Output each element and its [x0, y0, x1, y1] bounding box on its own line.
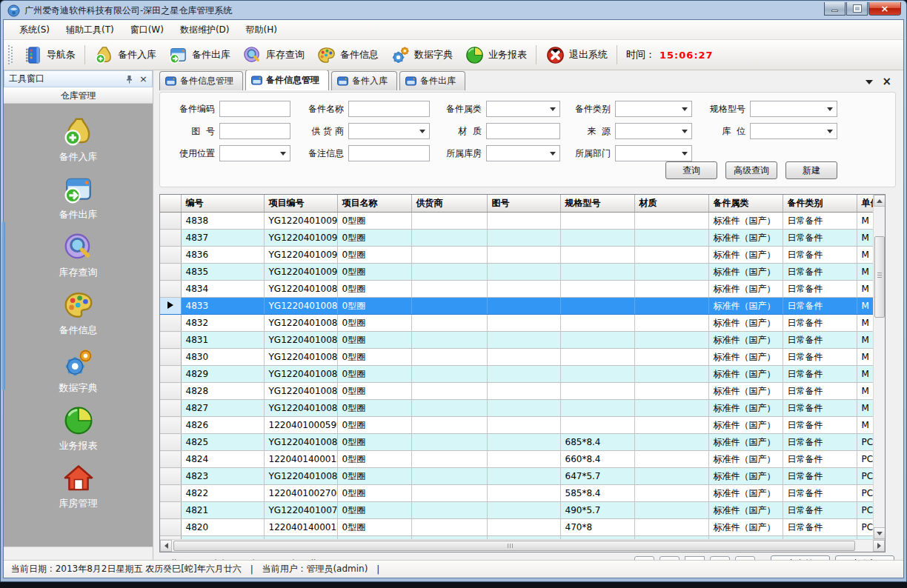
table-row[interactable]: 482212204010027000型圈585*8.4标准件（国产）日常备件PC — [160, 485, 873, 502]
scroll-right-button[interactable] — [873, 540, 885, 552]
table-row[interactable]: 482012204014000130型圈470*8标准件（国产）日常备件PC — [160, 519, 873, 536]
pin-icon[interactable] — [125, 75, 133, 84]
grid-header-2[interactable]: 项目编号 — [264, 195, 337, 213]
warehouse-combobox[interactable] — [486, 145, 560, 161]
scroll-left-button[interactable] — [160, 540, 172, 552]
new-button[interactable]: 新建 — [785, 161, 837, 179]
scroll-up-button[interactable] — [874, 195, 885, 207]
grid-header-5[interactable]: 图号 — [487, 195, 560, 213]
department-combobox[interactable] — [615, 145, 692, 161]
table-row[interactable]: 4831YG122040100860型圈标准件（国产）日常备件M — [160, 332, 873, 349]
grid-cell-category: 标准件（国产） — [708, 434, 783, 451]
toolbar-item-nav-book[interactable]: 导航条 — [17, 42, 82, 68]
current-row-arrow-icon — [167, 301, 173, 309]
grid-header-indicator[interactable] — [160, 195, 181, 213]
menu-item-4[interactable]: 数据维护(D) — [172, 21, 238, 39]
sidebar-item-window-out[interactable]: 备件出库 — [4, 173, 153, 221]
category-combobox[interactable] — [615, 101, 692, 117]
grid-header-8[interactable]: 备件属类 — [708, 195, 783, 213]
name-input[interactable] — [348, 101, 430, 117]
row-indicator — [160, 468, 181, 485]
vertical-scrollbar[interactable] — [873, 195, 885, 539]
tab-4[interactable]: 备件出库 — [399, 71, 465, 90]
table-row[interactable]: 4821YG122040100790型圈490*5.7标准件（国产）日常备件PC — [160, 502, 873, 519]
spare-parts-table: 编号项目编号项目名称供货商图号规格型号材质备件属类备件类别单位 4838YG12… — [160, 195, 873, 539]
table-row[interactable]: 4829YG122040100840型圈标准件（国产）日常备件M — [160, 366, 873, 383]
toolbar-item-bag-in[interactable]: 备件入库 — [88, 42, 162, 68]
menu-item-3[interactable]: 窗口(W) — [122, 21, 172, 39]
toolbar-item-pie[interactable]: 业务报表 — [459, 42, 533, 68]
tool-window-close-icon[interactable]: × — [139, 74, 147, 84]
table-row[interactable]: 4823YG122040100800型圈647*5.7标准件（国产）日常备件PC — [160, 468, 873, 485]
table-row[interactable]: 4833YG122040100880型圈标准件（国产）日常备件M — [160, 298, 873, 315]
sidebar-item-search[interactable]: 库存查询 — [4, 231, 153, 279]
toolbar-item-palette[interactable]: 备件信息 — [310, 42, 385, 68]
toolbar-item-window-out[interactable]: 备件出库 — [162, 42, 236, 68]
maximize-button[interactable] — [846, 2, 868, 16]
tab-3[interactable]: 备件入库 — [331, 71, 397, 90]
grid-header-1[interactable]: 编号 — [181, 195, 264, 213]
menu-item-2[interactable]: 辅助工具(T) — [58, 21, 122, 39]
left-edge-scrollbar[interactable] — [1, 221, 5, 390]
tab-close-icon[interactable]: × — [882, 76, 891, 87]
remark-input[interactable] — [348, 145, 430, 161]
minimize-button[interactable] — [824, 2, 845, 16]
toolbar-grip[interactable] — [8, 45, 13, 64]
location-combobox[interactable] — [750, 123, 837, 139]
grid-header-10[interactable]: 单位 — [857, 195, 873, 213]
vertical-scroll-thumb[interactable] — [874, 236, 885, 318]
table-row[interactable]: 4827YG122040100820型圈标准件（国产）日常备件M — [160, 400, 873, 417]
table-row[interactable]: 482412204014000120型圈660*8.4标准件（国产）日常备件PC — [160, 451, 873, 468]
table-row[interactable]: 4835YG122040100900型圈标准件（国产）日常备件M — [160, 264, 873, 281]
table-row[interactable]: 4838YG122040100930型圈标准件（国产）日常备件M — [160, 213, 873, 230]
table-row[interactable]: 4837YG122040100920型圈标准件（国产）日常备件M — [160, 230, 873, 247]
grid-header-6[interactable]: 规格型号 — [560, 195, 634, 213]
sidebar-item-gears[interactable]: 数据字典 — [4, 347, 153, 395]
table-row[interactable]: 4830YG122040100850型圈标准件（国产）日常备件M — [160, 349, 873, 366]
sidebar-item-bag-in[interactable]: 备件入库 — [4, 116, 153, 164]
sidebar-item-palette[interactable]: 备件信息 — [4, 289, 153, 337]
adv-query-button[interactable]: 高级查询 — [725, 161, 777, 179]
source-combobox[interactable] — [615, 123, 692, 139]
position-combobox[interactable] — [219, 145, 290, 161]
code-input[interactable] — [219, 101, 290, 117]
sidebar-item-pie[interactable]: 业务报表 — [4, 404, 153, 452]
grid-cell-name: 0型圈 — [337, 468, 411, 485]
drawing-input[interactable] — [219, 123, 290, 139]
query-button[interactable]: 查询 — [665, 161, 717, 179]
grid-header-4[interactable]: 供货商 — [411, 195, 487, 213]
toolbar-item-search[interactable]: 库存查询 — [236, 42, 310, 68]
tab-list-dropdown-icon[interactable] — [866, 80, 873, 84]
grid-header-3[interactable]: 项目名称 — [337, 195, 411, 213]
grid-cell-supplier — [411, 264, 487, 281]
table-row[interactable]: 4834YG122040100890型圈标准件（国产）日常备件M — [160, 281, 873, 298]
status-separator-2: | — [376, 564, 379, 575]
material-input[interactable] — [486, 123, 560, 139]
grid-cell-category: 标准件（国产） — [708, 315, 783, 332]
grid-header-9[interactable]: 备件类别 — [783, 195, 857, 213]
sidebar-item-home[interactable]: 库房管理 — [4, 462, 153, 510]
table-row[interactable]: 4832YG122040100870型圈标准件（国产）日常备件M — [160, 315, 873, 332]
grid-header-7[interactable]: 材质 — [634, 195, 708, 213]
supplier-combobox[interactable] — [348, 123, 430, 139]
spec-combobox[interactable] — [750, 101, 837, 117]
horizontal-scrollbar[interactable] — [160, 539, 885, 552]
table-row[interactable]: 4828YG122040100830型圈标准件（国产）日常备件M — [160, 383, 873, 400]
pie-icon — [62, 404, 95, 437]
close-button[interactable]: × — [868, 2, 901, 16]
grid-cell-unit: M — [857, 213, 873, 230]
tab-2[interactable]: 备件信息管理 — [245, 70, 329, 90]
toolbar-item-gears[interactable]: 数据字典 — [385, 42, 459, 68]
tab-label: 备件信息管理 — [266, 74, 319, 87]
menu-item-5[interactable]: 帮助(H) — [238, 21, 285, 39]
tab-1[interactable]: 备件信息管理 — [159, 71, 243, 90]
horizontal-scroll-thumb[interactable] — [173, 541, 855, 551]
menu-item-1[interactable]: 系统(S) — [11, 21, 58, 39]
scroll-down-button[interactable] — [874, 527, 885, 539]
class-combobox[interactable] — [486, 101, 560, 117]
toolbar-item-exit[interactable]: 退出系统 — [539, 42, 614, 68]
table-row[interactable]: 482612204010005990型圈标准件（国产）日常备件M — [160, 417, 873, 434]
table-row[interactable]: 4836YG122040100910型圈标准件（国产）日常备件M — [160, 247, 873, 264]
table-row[interactable]: 4825YG122040100810型圈685*8.4标准件（国产）日常备件PC — [160, 434, 873, 451]
grid-cell-spec: 647*5.7 — [560, 468, 634, 485]
